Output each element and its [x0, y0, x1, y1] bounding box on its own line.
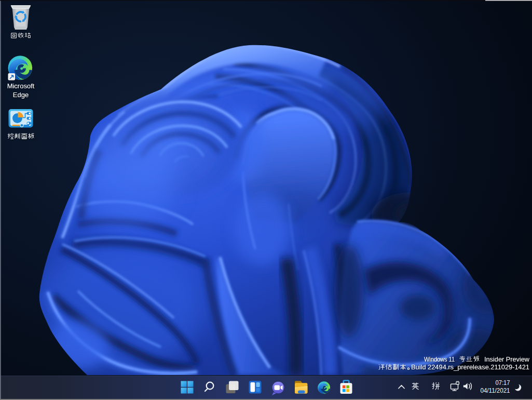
svg-text:Windows 11: Windows 11 — [424, 355, 455, 363]
svg-text:Insider Preview: Insider Preview — [484, 355, 529, 363]
svg-text:07:17: 07:17 — [496, 379, 510, 386]
svg-text:04/11/2021: 04/11/2021 — [481, 387, 510, 394]
svg-text:Build 22494.rs_prerelease.2110: Build 22494.rs_prerelease.211029-1421 — [411, 363, 529, 371]
svg-text:Microsoft: Microsoft — [7, 82, 35, 90]
svg-text:Edge: Edge — [13, 91, 29, 99]
